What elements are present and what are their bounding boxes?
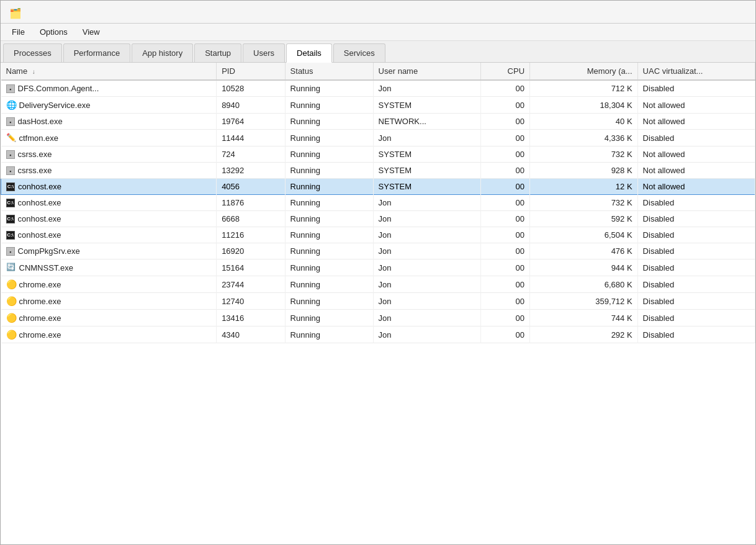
cell-memory: 732 K: [530, 195, 638, 211]
tab-details[interactable]: Details: [286, 43, 332, 63]
tab-processes[interactable]: Processes: [3, 43, 62, 62]
cell-cpu: 00: [481, 259, 530, 276]
cell-name: C:\ conhost.exe: [1, 227, 217, 243]
cell-pid: 11216: [217, 227, 285, 243]
col-header-cpu[interactable]: CPU: [481, 63, 530, 80]
cell-name: 🌐 DeliveryService.exe: [1, 97, 217, 114]
cell-memory: 40 K: [530, 114, 638, 130]
col-header-uac[interactable]: UAC virtualizat...: [637, 63, 755, 80]
table-row[interactable]: 🟡 chrome.exe 12740 Running Jon 00 359,71…: [1, 293, 755, 310]
cell-name: ▪ csrss.exe: [1, 163, 217, 179]
menu-item-view[interactable]: View: [80, 26, 102, 38]
chrome-icon: 🟡: [6, 330, 16, 340]
cell-status: Running: [285, 195, 373, 211]
cell-user: Jon: [373, 227, 481, 243]
cell-memory: 944 K: [530, 259, 638, 276]
generic-icon: ▪: [6, 84, 15, 93]
cell-pid: 6668: [217, 211, 285, 227]
cell-user: Jon: [373, 195, 481, 211]
table-row[interactable]: ▪ csrss.exe 13292 Running SYSTEM 00 928 …: [1, 163, 755, 179]
cell-status: Running: [285, 293, 373, 310]
generic-icon: ▪: [6, 117, 15, 126]
tab-performance[interactable]: Performance: [63, 43, 130, 62]
cell-uac: Disabled: [637, 259, 755, 276]
cell-pid: 4056: [217, 179, 285, 195]
cell-cpu: 00: [481, 80, 530, 97]
cell-memory: 592 K: [530, 211, 638, 227]
col-header-user[interactable]: User name: [373, 63, 481, 80]
cell-memory: 928 K: [530, 163, 638, 179]
cell-name: ▪ DFS.Common.Agent...: [1, 80, 217, 97]
cell-user: Jon: [373, 327, 481, 343]
cell-name: ▪ CompPkgSrv.exe: [1, 243, 217, 259]
generic-icon: ▪: [6, 166, 15, 175]
table-row[interactable]: 🟡 chrome.exe 13416 Running Jon 00 744 K …: [1, 310, 755, 327]
table-row[interactable]: 🔄 CNMNSST.exe 15164 Running Jon 00 944 K…: [1, 259, 755, 276]
tab-users[interactable]: Users: [243, 43, 285, 62]
tab-startup[interactable]: Startup: [194, 43, 241, 62]
cell-user: SYSTEM: [373, 97, 481, 114]
table-row[interactable]: ▪ DFS.Common.Agent... 10528 Running Jon …: [1, 80, 755, 97]
cell-uac: Not allowed: [637, 146, 755, 163]
cell-status: Running: [285, 179, 373, 195]
cell-name: 🟡 chrome.exe: [1, 276, 217, 293]
generic-icon: ▪: [6, 247, 15, 256]
menu-item-options[interactable]: Options: [37, 26, 70, 38]
cell-memory: 712 K: [530, 80, 638, 97]
cell-user: SYSTEM: [373, 163, 481, 179]
cell-status: Running: [285, 114, 373, 130]
cell-uac: Not allowed: [637, 179, 755, 195]
col-header-pid[interactable]: PID: [217, 63, 285, 80]
table-row[interactable]: 🟡 chrome.exe 23744 Running Jon 00 6,680 …: [1, 276, 755, 293]
cell-cpu: 00: [481, 227, 530, 243]
cell-memory: 6,680 K: [530, 276, 638, 293]
cell-name: 🟡 chrome.exe: [1, 327, 217, 343]
table-row[interactable]: C:\ conhost.exe 6668 Running Jon 00 592 …: [1, 211, 755, 227]
table-row[interactable]: 🌐 DeliveryService.exe 8940 Running SYSTE…: [1, 97, 755, 114]
cell-user: Jon: [373, 80, 481, 97]
pen-icon: ✏️: [6, 133, 16, 143]
menu-item-file[interactable]: File: [9, 26, 27, 38]
cell-status: Running: [285, 211, 373, 227]
table-row[interactable]: ▪ CompPkgSrv.exe 16920 Running Jon 00 47…: [1, 243, 755, 259]
cell-pid: 13416: [217, 310, 285, 327]
cell-uac: Disabled: [637, 130, 755, 146]
cell-cpu: 00: [481, 310, 530, 327]
cell-cpu: 00: [481, 243, 530, 259]
cell-uac: Disabled: [637, 80, 755, 97]
tab-app-history[interactable]: App history: [132, 43, 193, 62]
cell-status: Running: [285, 163, 373, 179]
table-row[interactable]: ▪ csrss.exe 724 Running SYSTEM 00 732 K …: [1, 146, 755, 163]
table-row[interactable]: C:\ conhost.exe 11216 Running Jon 00 6,5…: [1, 227, 755, 243]
table-row[interactable]: C:\ conhost.exe 11876 Running Jon 00 732…: [1, 195, 755, 211]
cell-user: Jon: [373, 243, 481, 259]
table-row[interactable]: C:\ conhost.exe 4056 Running SYSTEM 00 1…: [1, 179, 755, 195]
cell-status: Running: [285, 227, 373, 243]
tab-services[interactable]: Services: [333, 43, 385, 62]
title-bar: 🗂️: [1, 1, 755, 24]
cell-memory: 4,336 K: [530, 130, 638, 146]
cell-cpu: 00: [481, 179, 530, 195]
col-header-status[interactable]: Status: [285, 63, 373, 80]
cell-name: ▪ csrss.exe: [1, 146, 217, 163]
cell-pid: 8940: [217, 97, 285, 114]
table-row[interactable]: 🟡 chrome.exe 4340 Running Jon 00 292 K D…: [1, 327, 755, 343]
cell-name: ✏️ ctfmon.exe: [1, 130, 217, 146]
cell-uac: Not allowed: [637, 114, 755, 130]
process-table: Name ↓ PID Status User name CPU Memory (…: [1, 63, 755, 343]
cell-pid: 11444: [217, 130, 285, 146]
col-header-name[interactable]: Name ↓: [1, 63, 217, 80]
cell-name: 🔄 CNMNSST.exe: [1, 259, 217, 276]
table-row[interactable]: ▪ dasHost.exe 19764 Running NETWORK... 0…: [1, 114, 755, 130]
cell-pid: 10528: [217, 80, 285, 97]
cell-pid: 13292: [217, 163, 285, 179]
sort-arrow-name: ↓: [32, 68, 35, 75]
cell-name: ▪ dasHost.exe: [1, 114, 217, 130]
cell-user: SYSTEM: [373, 179, 481, 195]
col-header-memory[interactable]: Memory (a...: [530, 63, 638, 80]
table-row[interactable]: ✏️ ctfmon.exe 11444 Running Jon 00 4,336…: [1, 130, 755, 146]
cell-user: Jon: [373, 211, 481, 227]
cell-cpu: 00: [481, 327, 530, 343]
cell-status: Running: [285, 97, 373, 114]
cell-pid: 724: [217, 146, 285, 163]
